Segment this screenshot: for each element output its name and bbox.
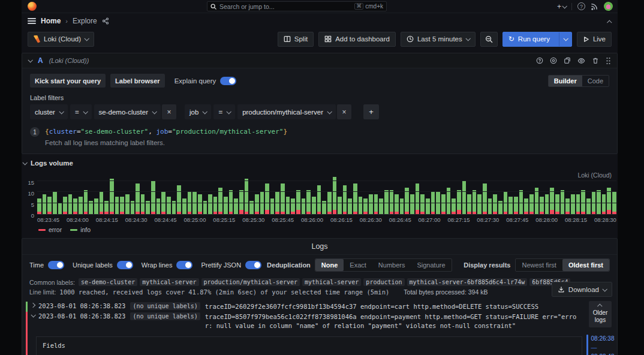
play-icon xyxy=(583,36,589,43)
display-oldest-first[interactable]: Oldest first xyxy=(562,259,609,271)
x-tick-label: 08:25:30 xyxy=(242,216,264,223)
filter-label-select[interactable]: cluster xyxy=(30,104,68,119)
query-row-header[interactable]: A (Loki (Cloud)) xyxy=(22,53,617,68)
datasource-picker[interactable]: Loki (Cloud) xyxy=(28,32,94,47)
info-bar-segment xyxy=(452,198,456,212)
breadcrumb-home[interactable]: Home xyxy=(41,17,61,25)
x-tick-label: 08:23:45 xyxy=(37,216,59,223)
volume-bar xyxy=(514,197,518,214)
dedup-numbers[interactable]: Numbers xyxy=(372,259,411,271)
volume-bar xyxy=(586,198,591,214)
legend-item-info[interactable]: info xyxy=(70,226,91,233)
remove-query-trash-icon[interactable] xyxy=(592,57,599,64)
filter-operator-select[interactable]: = xyxy=(70,104,92,119)
filter-value-select[interactable]: se-demo-cluster xyxy=(94,104,161,119)
toggle-switch[interactable] xyxy=(48,261,64,269)
expand-log-icon[interactable] xyxy=(31,303,35,308)
dedup-exact[interactable]: Exact xyxy=(344,259,372,271)
info-bar-segment xyxy=(348,198,352,214)
toggle-switch[interactable] xyxy=(117,261,133,269)
volume-bar xyxy=(224,197,228,214)
volume-bar xyxy=(333,177,337,214)
search-input[interactable]: Search or jump to... ⌘ cmd+k xyxy=(207,1,387,11)
info-bar-segment xyxy=(400,198,404,214)
share-icon[interactable] xyxy=(102,17,109,25)
zoom-out-button[interactable] xyxy=(480,32,498,47)
log-details: Fieldsclusterse-demo-clustercontainermyt… xyxy=(36,336,582,355)
query-code[interactable]: {cluster="se-demo-cluster", job="product… xyxy=(45,127,287,137)
run-query-button[interactable]: ↻ Run query xyxy=(502,32,572,47)
error-bar-segment xyxy=(84,212,88,214)
add-filter-button[interactable]: + xyxy=(363,104,379,119)
logs-volume-header[interactable]: Logs volume xyxy=(22,154,618,169)
collapse-query-icon[interactable] xyxy=(28,58,32,62)
display-newest-first[interactable]: Newest first xyxy=(516,259,562,271)
query-preview: 1 {cluster="se-demo-cluster", job="produ… xyxy=(30,127,609,137)
remove-filter-button[interactable]: × xyxy=(162,104,176,119)
collapse-log-icon[interactable] xyxy=(31,312,35,317)
run-query-caret[interactable] xyxy=(559,32,571,46)
grafana-logo-icon[interactable] xyxy=(28,2,37,11)
plot-area[interactable] xyxy=(37,180,616,215)
log-line[interactable]: 2023-08-01 08:26:38.823(no unique labels… xyxy=(28,312,582,331)
dedup-none[interactable]: None xyxy=(315,259,344,271)
run-query-main[interactable]: ↻ Run query xyxy=(503,35,555,43)
collapse-toolbar-button[interactable] xyxy=(608,16,612,26)
log-row[interactable]: 2023-08-01 08:26:38.823(no unique labels… xyxy=(26,302,582,312)
toggle-label: Time xyxy=(29,261,44,269)
add-to-dashboard-button[interactable]: Add to dashboard xyxy=(318,32,396,47)
volume-bar xyxy=(157,198,161,214)
add-menu-button[interactable]: + xyxy=(557,2,566,11)
drag-handle-icon[interactable] xyxy=(606,57,611,65)
older-logs-button[interactable]: Older logs xyxy=(589,301,612,327)
mode-builder[interactable]: Builder xyxy=(549,76,582,86)
log-time-navigation[interactable]: 08:26:38 — 08:28:43 xyxy=(586,335,615,355)
add-to-dashboard-label: Add to dashboard xyxy=(335,35,390,43)
kick-start-query-button[interactable]: Kick start your query xyxy=(30,74,106,88)
legend-label: error xyxy=(49,226,62,233)
news-rss-icon[interactable] xyxy=(591,2,598,10)
download-button[interactable]: Download xyxy=(552,282,612,297)
query-history-icon[interactable] xyxy=(550,57,557,64)
x-tick-label: 08:26:45 xyxy=(389,216,411,223)
volume-bar xyxy=(477,194,482,214)
common-labels-row: Common labels: se-demo-clustermythical-s… xyxy=(22,277,617,287)
filter-label-select[interactable]: job xyxy=(185,104,211,119)
filter-value-select[interactable]: production/mythical-server xyxy=(237,104,336,119)
info-bar-segment xyxy=(416,183,420,210)
top-nav-right: + ? xyxy=(557,2,613,11)
info-bar-segment xyxy=(540,197,544,212)
log-row[interactable]: 2023-08-01 08:26:38.823(no unique labels… xyxy=(26,312,582,355)
filter-operator-text: = xyxy=(75,109,79,116)
info-bar-segment xyxy=(581,190,585,212)
hide-response-eye-icon[interactable] xyxy=(577,57,585,65)
error-bar-segment xyxy=(395,212,399,214)
live-label: Live xyxy=(593,35,606,43)
toggle-unique-labels: Unique labels xyxy=(73,261,133,269)
live-button[interactable]: Live xyxy=(577,32,612,47)
help-button[interactable]: ? xyxy=(577,2,585,10)
remove-filter-button[interactable]: × xyxy=(337,104,351,119)
volume-bar xyxy=(602,194,606,214)
copy-query-icon[interactable] xyxy=(564,57,571,64)
info-bar-segment xyxy=(115,197,119,214)
toggle-switch[interactable] xyxy=(176,261,192,269)
legend-item-error[interactable]: error xyxy=(38,226,62,233)
info-bar-segment xyxy=(291,198,295,212)
dedup-signature[interactable]: Signature xyxy=(411,259,451,271)
info-bar-segment xyxy=(141,194,145,212)
time-range-picker[interactable]: Last 5 minutes xyxy=(401,32,476,47)
info-bar-segment xyxy=(224,197,228,214)
loki-logo-icon xyxy=(34,35,40,43)
toggle-switch[interactable] xyxy=(245,261,261,269)
log-line[interactable]: 2023-08-01 08:26:38.823(no unique labels… xyxy=(28,302,582,312)
user-avatar[interactable] xyxy=(604,2,613,11)
split-button[interactable]: Split xyxy=(278,32,314,47)
volume-bar xyxy=(136,183,140,214)
label-browser-button[interactable]: Label browser xyxy=(110,74,165,88)
menu-icon[interactable] xyxy=(28,18,36,24)
mode-code[interactable]: Code xyxy=(582,76,609,86)
explain-query-toggle[interactable] xyxy=(220,77,236,85)
query-help-icon[interactable] xyxy=(536,57,543,64)
filter-operator-select[interactable]: = xyxy=(213,104,235,119)
